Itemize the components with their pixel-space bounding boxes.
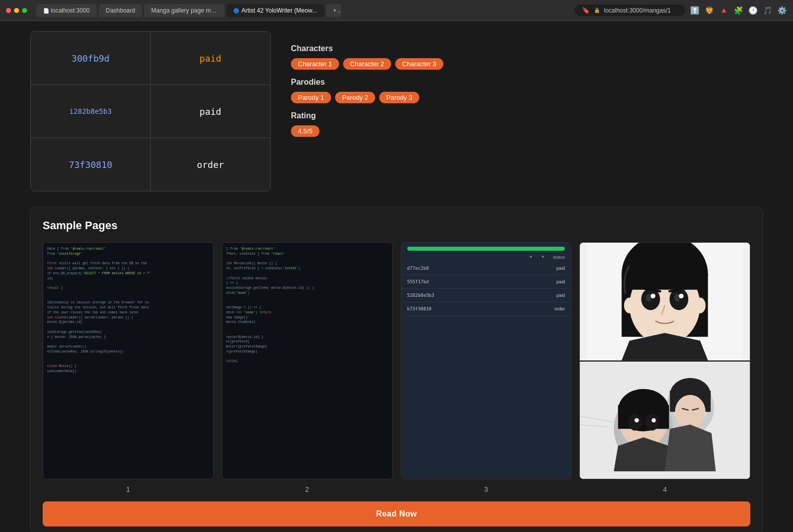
table-id-4: b73f30810 — [407, 306, 432, 311]
character-tag-3[interactable]: Character 3 — [395, 58, 443, 70]
read-now-button[interactable]: Read Now — [43, 501, 750, 526]
page-card-3[interactable]: ▼ ▼ status d77ec2b8 paid 555f17bd paid — [401, 242, 572, 479]
grid-cell-6: order — [150, 138, 270, 191]
table-row-1: d77ec2b8 paid — [401, 262, 571, 275]
pages-grid: Data } from '@remix-run/react' from 'loc… — [43, 242, 750, 479]
page-card-2[interactable]: } from '@remix-run/react' ffect, useStat… — [222, 242, 393, 479]
grid-cell-3: i282b8e5b3 — [31, 85, 150, 138]
page-number-4: 4 — [579, 485, 750, 493]
top-section: 300fb9d paid i282b8e5b3 paid 73f30810 or… — [30, 31, 763, 192]
manga-svg-bottom — [580, 362, 750, 479]
svg-point-30 — [652, 418, 656, 422]
table-status-3: paid — [556, 293, 565, 298]
tab-artist[interactable]: 🔵Artist 42 YoloWriter (Meow... — [226, 4, 324, 17]
code-page-1: Data } from '@remix-run/react' from 'loc… — [43, 243, 213, 479]
table-row-2: 555f17bd paid — [401, 275, 571, 289]
svg-point-14 — [695, 297, 706, 313]
svg-point-29 — [635, 418, 639, 422]
dropdown-arrow-1: ▼ — [529, 255, 533, 260]
svg-point-8 — [651, 294, 655, 298]
grid-cell-2: paid — [150, 32, 270, 85]
svg-rect-26 — [618, 405, 669, 428]
history-icon[interactable]: 🕐 — [748, 6, 758, 15]
manga-panel-bottom — [580, 362, 750, 479]
grid-cell-4: paid — [150, 85, 270, 138]
svg-point-28 — [646, 413, 659, 430]
grid-cell-1: 300fb9d — [31, 32, 150, 85]
address-bar[interactable]: 🔖 🔒 localhost:3000/mangas/1 — [575, 5, 685, 16]
info-panel: Characters Character 1 Character 2 Chara… — [291, 31, 763, 192]
extensions-icon[interactable]: 🧩 — [734, 6, 743, 15]
brave-icon[interactable]: 🦁 — [705, 6, 714, 15]
table-id-2: 555f17bd — [407, 279, 429, 284]
sample-pages-section: Sample Pages Data } from '@remix-run/rea… — [30, 207, 763, 532]
table-status-1: paid — [556, 266, 565, 271]
tab-gallery[interactable]: Manga gallery page main... — [144, 4, 224, 17]
browser-toolbar: ⬆️ 🦁 🔺 🧩 🕐 🎵 ⚙️ — [690, 6, 787, 15]
table-status-2: paid — [556, 279, 565, 284]
rating-tags: 4.5/5 — [291, 125, 763, 137]
table-id-1: d77ec2b8 — [407, 266, 429, 271]
tab-dashboard[interactable]: Dashboard — [99, 4, 142, 17]
table-row-4: b73f30810 order — [401, 302, 571, 316]
secure-icon: 🔒 — [594, 8, 600, 13]
character-tag-2[interactable]: Character 2 — [343, 58, 391, 70]
tab-localhost[interactable]: 📄 localhost:3000 — [36, 4, 97, 17]
grid-cell-5: 73f30810 — [31, 138, 150, 191]
parody-tag-3[interactable]: Parody 3 — [379, 92, 419, 103]
manga-panel-top — [580, 243, 750, 362]
share-icon[interactable]: ⬆️ — [690, 6, 700, 15]
svg-point-27 — [628, 413, 642, 430]
music-icon[interactable]: 🎵 — [763, 6, 772, 15]
svg-point-9 — [679, 294, 684, 298]
wallet-icon[interactable]: 🔺 — [719, 6, 729, 15]
sample-pages-title: Sample Pages — [43, 219, 750, 232]
browser-chrome: 📄 localhost:3000 Dashboard Manga gallery… — [0, 0, 793, 21]
parody-tag-2[interactable]: Parody 2 — [335, 92, 375, 103]
table-page: ▼ ▼ status d77ec2b8 paid 555f17bd paid — [401, 243, 571, 479]
characters-title: Characters — [291, 44, 763, 53]
image-grid: 300fb9d paid i282b8e5b3 paid 73f30810 or… — [30, 31, 271, 192]
svg-point-20 — [675, 395, 706, 429]
dropdown-arrow-2: ▼ — [541, 255, 545, 260]
table-header-bar — [407, 247, 565, 251]
page-number-3: 3 — [401, 485, 572, 493]
table-id-3: 5282b8e5b3 — [407, 293, 434, 298]
rating-value: 4.5/5 — [291, 125, 320, 137]
table-row-3: 5282b8e5b3 paid — [401, 289, 571, 302]
tab-bar: 📄 localhost:3000 Dashboard Manga gallery… — [36, 4, 570, 17]
tab-new[interactable]: + — [326, 4, 341, 17]
code-page-2: } from '@remix-run/react' ffect, useStat… — [222, 243, 392, 479]
status-header: status — [553, 255, 565, 260]
characters-tags: Character 1 Character 2 Character 3 — [291, 58, 763, 70]
parody-tag-1[interactable]: Parody 1 — [291, 92, 331, 103]
page-numbers-row: 1 2 3 4 — [43, 485, 750, 493]
manga-page — [580, 243, 750, 479]
bookmark-icon: 🔖 — [582, 7, 590, 14]
parodies-title: Parodies — [291, 78, 763, 87]
table-status-4: order — [554, 306, 565, 311]
svg-point-13 — [624, 297, 635, 313]
address-text: localhost:3000/mangas/1 — [604, 7, 671, 14]
page-card-1[interactable]: Data } from '@remix-run/react' from 'loc… — [43, 242, 214, 479]
manga-svg-top — [580, 243, 750, 361]
character-tag-1[interactable]: Character 1 — [291, 58, 339, 70]
main-content: 300fb9d paid i282b8e5b3 paid 73f30810 or… — [0, 21, 793, 532]
page-number-2: 2 — [222, 485, 393, 493]
page-number-1: 1 — [43, 485, 214, 493]
settings-icon[interactable]: ⚙️ — [777, 6, 787, 15]
page-card-4[interactable] — [579, 242, 750, 479]
parodies-tags: Parody 1 Parody 2 Parody 3 — [291, 92, 763, 103]
rating-title: Rating — [291, 111, 763, 120]
